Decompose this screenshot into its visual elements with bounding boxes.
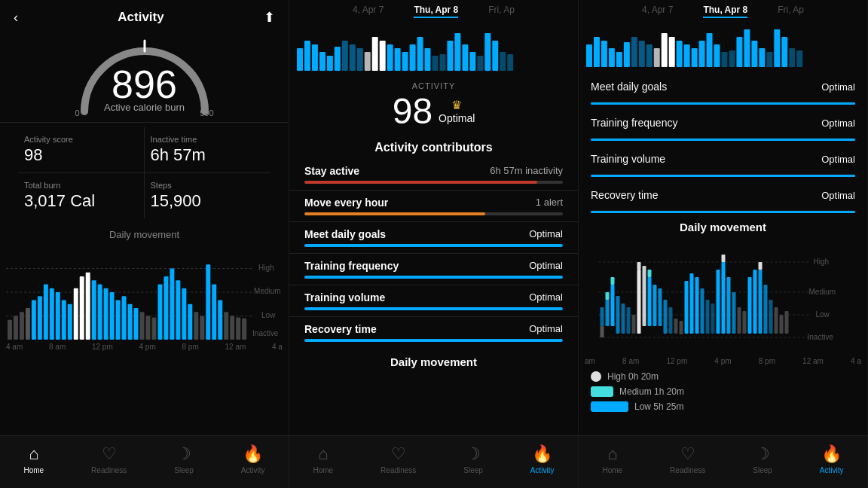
svg-rect-102: [774, 29, 780, 67]
date-prev-2: 4, Apr 7: [353, 5, 384, 18]
svg-rect-12: [56, 292, 60, 340]
svg-rect-48: [297, 48, 303, 71]
nav-home-label-3: Home: [602, 466, 622, 474]
svg-rect-81: [616, 52, 622, 67]
c-val-3: Optimal: [529, 260, 563, 272]
nav-home-3[interactable]: ⌂ Home: [602, 444, 622, 474]
svg-rect-98: [744, 29, 750, 67]
c-name-3: Training frequency: [304, 260, 399, 272]
svg-rect-151: [780, 315, 784, 334]
home-icon-1: ⌂: [29, 444, 38, 464]
svg-rect-125: [653, 285, 657, 326]
top-nav-1: ‹ Activity ⬆: [0, 0, 289, 32]
nav-sleep-2[interactable]: ☽ Sleep: [463, 444, 483, 474]
legend-dot-low: [591, 401, 628, 412]
svg-rect-64: [417, 37, 423, 71]
c-val-4: Optimal: [529, 291, 563, 303]
svg-rect-36: [200, 316, 204, 340]
svg-rect-99: [751, 41, 757, 67]
svg-rect-101: [766, 52, 772, 67]
contributor-stay-active: Stay active 6h 57m inactivity: [289, 159, 578, 191]
svg-rect-126: [659, 288, 662, 326]
svg-text:Low: Low: [261, 310, 276, 319]
stat-steps: Steps 15,900: [145, 172, 271, 218]
bottom-nav-3: ⌂ Home ♡ Readiness ☽ Sleep 🔥 Activity: [579, 435, 867, 488]
stat-inactive-time: Inactive time 6h 57m: [145, 127, 271, 172]
svg-rect-4: [8, 320, 12, 340]
svg-rect-54: [342, 41, 348, 71]
svg-rect-129: [674, 319, 678, 334]
activity-icon-2: 🔥: [532, 444, 552, 464]
svg-rect-73: [484, 33, 491, 71]
activity-score-num: 98: [393, 90, 432, 132]
nav-activity-2[interactable]: 🔥 Activity: [530, 444, 555, 474]
nav-activity-1[interactable]: 🔥 Activity: [241, 444, 265, 474]
panel1-title: Activity: [118, 10, 164, 25]
svg-rect-6: [20, 312, 24, 340]
contributor-training-vol: Training volume Optimal: [289, 285, 578, 317]
svg-rect-31: [170, 269, 174, 340]
svg-rect-9: [38, 296, 42, 340]
svg-rect-49: [304, 41, 310, 71]
svg-rect-85: [646, 44, 653, 67]
daily-movement-title-1: Daily movement: [0, 223, 289, 243]
svg-rect-111: [601, 307, 604, 326]
activity-score-badge: ♛ Optimal: [439, 98, 475, 124]
svg-rect-152: [785, 311, 789, 334]
svg-rect-145: [753, 270, 757, 334]
svg-rect-30: [164, 276, 168, 340]
svg-text:High: High: [258, 263, 274, 271]
svg-rect-50: [312, 44, 318, 71]
svg-rect-134: [701, 288, 704, 334]
svg-rect-138: [722, 262, 726, 334]
svg-rect-38: [212, 285, 216, 340]
c-val-1: 1 alert: [536, 197, 563, 209]
svg-rect-142: [738, 307, 741, 334]
activity-optimal-text: Optimal: [439, 112, 475, 124]
svg-rect-66: [432, 56, 439, 71]
svg-rect-94: [714, 44, 720, 67]
svg-rect-27: [145, 316, 150, 340]
nav-sleep-1[interactable]: ☽ Sleep: [174, 444, 194, 474]
svg-rect-80: [609, 48, 615, 67]
svg-rect-26: [140, 312, 145, 340]
svg-rect-112: [606, 300, 610, 326]
svg-rect-88: [669, 37, 675, 67]
sleep-icon-2: ☽: [466, 444, 481, 464]
nav-activity-label-1: Activity: [241, 466, 265, 474]
svg-rect-18: [92, 280, 96, 340]
svg-rect-78: [594, 37, 600, 67]
stat-label-1: Inactive time: [151, 135, 265, 144]
back-icon[interactable]: ‹: [14, 10, 18, 26]
nav-home-1[interactable]: ⌂ Home: [23, 444, 44, 474]
gauge-section: 896 Active calorie burn 0 500: [0, 32, 289, 122]
svg-rect-92: [699, 41, 705, 67]
metric-name-3: Recovery time: [591, 189, 658, 201]
nav-home-2[interactable]: ⌂ Home: [313, 444, 333, 474]
svg-rect-95: [722, 52, 728, 67]
stat-value-2: 3,017 Cal: [24, 191, 138, 211]
svg-rect-82: [624, 42, 630, 67]
share-icon[interactable]: ⬆: [264, 9, 275, 26]
nav-readiness-3[interactable]: ♡ Readiness: [670, 444, 705, 474]
svg-rect-23: [122, 296, 127, 340]
svg-rect-37: [206, 264, 210, 340]
svg-rect-65: [425, 48, 431, 71]
chart-x-labels-1: 4 am 8 am 12 pm 4 pm 8 pm 12 am 4 a: [0, 341, 289, 352]
svg-rect-74: [492, 41, 498, 71]
nav-readiness-2[interactable]: ♡ Readiness: [381, 444, 416, 474]
svg-rect-16: [80, 276, 84, 340]
svg-rect-13: [62, 300, 66, 340]
date-prev-3: 4, Apr 7: [642, 5, 673, 18]
daily-movement-title-2: Daily movement: [289, 348, 578, 371]
nav-activity-3[interactable]: 🔥 Activity: [820, 444, 844, 474]
metric-status-0: Optimal: [821, 81, 855, 93]
readiness-icon-1: ♡: [102, 444, 117, 464]
nav-sleep-3[interactable]: ☽ Sleep: [753, 444, 772, 474]
svg-rect-29: [157, 285, 162, 340]
svg-rect-59: [380, 41, 386, 71]
metric-row-3: Recovery time Optimal: [591, 180, 855, 211]
nav-readiness-1[interactable]: ♡ Readiness: [91, 444, 127, 474]
svg-rect-67: [439, 54, 445, 71]
svg-rect-104: [789, 48, 795, 67]
